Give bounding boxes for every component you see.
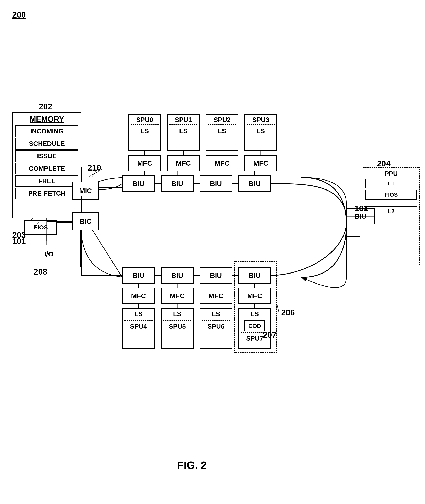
bottom-biu-2: BIU — [200, 267, 232, 284]
spu3-group: SPU3 LS — [245, 114, 277, 151]
ref-207: 207 — [263, 330, 277, 340]
spu2-group: SPU2 LS — [206, 114, 238, 151]
ppu-fios: FIOS — [365, 190, 417, 200]
io-box: I/O — [31, 245, 67, 263]
bottom-mfc-3: MFC — [238, 288, 271, 304]
memory-title: MEMORY — [13, 113, 81, 125]
spu3-ls: LS — [245, 126, 277, 136]
spu4-ls: LS — [123, 309, 154, 320]
spu0-group: SPU0 LS — [128, 114, 161, 151]
top-mfc-2: MFC — [206, 155, 238, 171]
ppu-label: PPU — [365, 170, 417, 177]
cod-box: COD — [245, 320, 265, 331]
memory-fios-box: FIOS — [24, 220, 57, 235]
top-mfc-1: MFC — [167, 155, 200, 171]
memory-item-issue: ISSUE — [15, 150, 79, 162]
bottom-mfc-0: MFC — [122, 288, 155, 304]
memory-item-free: FREE — [15, 175, 79, 187]
top-biu-1: BIU — [161, 175, 193, 192]
spu7-group: LS COD SPU7 — [238, 308, 271, 349]
ref-202: 202 — [39, 102, 52, 111]
memory-box: MEMORY INCOMING SCHEDULE ISSUE COMPLETE … — [12, 112, 81, 218]
top-biu-3: BIU — [238, 175, 271, 192]
spu6-group: LS SPU6 — [200, 308, 232, 349]
top-mfc-3: MFC — [245, 155, 277, 171]
bottom-mfc-2: MFC — [200, 288, 232, 304]
svg-line-10 — [88, 222, 122, 277]
mic-box: MIC — [72, 182, 99, 200]
ref-101-memory: 101 — [12, 237, 26, 246]
svg-line-43 — [277, 304, 279, 314]
figure-caption: FIG. 2 — [177, 459, 206, 471]
spu1-label: SPU1 — [168, 115, 199, 124]
figure-id: 200 — [12, 10, 26, 19]
bic-box: BIC — [72, 212, 99, 231]
memory-item-incoming: INCOMING — [15, 125, 79, 137]
ref-210: 210 — [88, 163, 101, 172]
bottom-biu-3: BIU — [238, 267, 271, 284]
spu5-ls: LS — [162, 309, 193, 320]
spu2-ls: LS — [206, 126, 238, 136]
memory-item-schedule: SCHEDULE — [15, 138, 79, 150]
top-mfc-0: MFC — [128, 155, 161, 171]
spu5-group: LS SPU5 — [161, 308, 193, 349]
spu6-ls: LS — [200, 309, 232, 320]
spu6-label: SPU6 — [200, 321, 232, 330]
spu4-label: SPU4 — [123, 321, 154, 330]
bottom-biu-1: BIU — [161, 267, 193, 284]
spu1-group: SPU1 LS — [167, 114, 200, 151]
spu7-ls: LS — [239, 309, 270, 320]
spu2-label: SPU2 — [206, 115, 238, 124]
ppu-l1: L1 — [365, 179, 417, 189]
memory-item-complete: COMPLETE — [15, 163, 79, 174]
spu1-ls: LS — [168, 126, 199, 136]
spu4-group: LS SPU4 — [122, 308, 155, 349]
top-biu-2: BIU — [200, 175, 232, 192]
bottom-biu-0: BIU — [122, 267, 155, 284]
spu0-label: SPU0 — [129, 115, 160, 124]
spu3-label: SPU3 — [245, 115, 277, 124]
spu0-ls: LS — [129, 126, 160, 136]
ref-208: 208 — [34, 267, 47, 276]
top-biu-0: BIU — [122, 175, 155, 192]
ref-206: 206 — [281, 308, 295, 317]
ref-101-ppu: 101 — [354, 204, 368, 213]
bottom-mfc-1: MFC — [161, 288, 193, 304]
spu5-label: SPU5 — [162, 321, 193, 330]
ref-204: 204 — [377, 159, 391, 168]
memory-item-prefetch: PRE-FETCH — [15, 188, 79, 199]
